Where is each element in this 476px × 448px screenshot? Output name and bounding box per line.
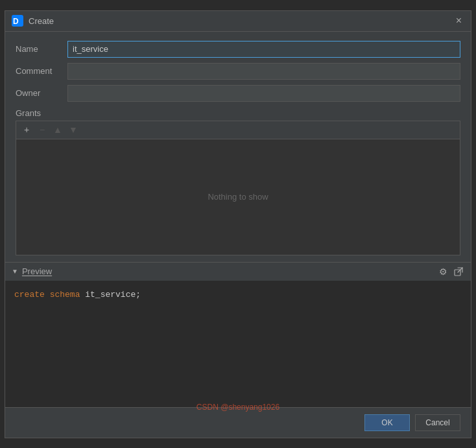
preview-section: ▼ Preview ⚙ create schema it_service; — [5, 262, 471, 407]
titlebar: D Create × — [5, 11, 471, 32]
app-logo: D — [12, 15, 23, 27]
name-input[interactable] — [67, 41, 460, 58]
close-button[interactable]: × — [453, 14, 464, 27]
form-area: Name Comment Owner — [5, 32, 471, 108]
add-grant-button[interactable]: + — [20, 123, 33, 136]
preview-label: Preview — [22, 266, 434, 276]
owner-label: Owner — [16, 88, 61, 98]
grants-label: Grants — [16, 108, 460, 118]
name-label: Name — [16, 44, 61, 54]
owner-row: Owner — [16, 85, 460, 102]
empty-state-label: Nothing to show — [208, 192, 268, 202]
preview-icon-group: ⚙ — [438, 266, 464, 277]
cancel-button[interactable]: Cancel — [415, 414, 460, 431]
schema-name: it_service; — [85, 290, 141, 300]
ok-button[interactable]: OK — [364, 414, 410, 431]
create-dialog: D Create × Name Comment Owner Grants + −… — [5, 10, 471, 438]
comment-input[interactable] — [67, 63, 460, 80]
owner-input[interactable] — [67, 85, 460, 102]
move-up-button[interactable]: ▲ — [51, 123, 64, 136]
dialog-footer: OK Cancel — [5, 407, 471, 438]
name-row: Name — [16, 41, 460, 58]
preview-code-block: create schema it_service; — [5, 281, 471, 407]
preview-header: ▼ Preview ⚙ — [5, 263, 471, 281]
grants-toolbar: + − ▲ ▼ — [16, 121, 460, 139]
remove-grant-button[interactable]: − — [36, 123, 49, 136]
preview-collapse-icon[interactable]: ▼ — [12, 268, 18, 275]
dialog-title: Create — [29, 16, 453, 26]
comment-label: Comment — [16, 66, 61, 76]
preview-open-button[interactable] — [453, 266, 464, 277]
keyword-create: create — [14, 290, 45, 300]
grants-table: Nothing to show — [16, 139, 460, 255]
move-down-button[interactable]: ▼ — [67, 123, 80, 136]
svg-text:D: D — [13, 17, 19, 26]
keyword-schema: schema — [50, 290, 80, 300]
preview-settings-button[interactable]: ⚙ — [438, 266, 449, 277]
grants-section: Grants + − ▲ ▼ Nothing to show — [5, 108, 471, 262]
comment-row: Comment — [16, 63, 460, 80]
